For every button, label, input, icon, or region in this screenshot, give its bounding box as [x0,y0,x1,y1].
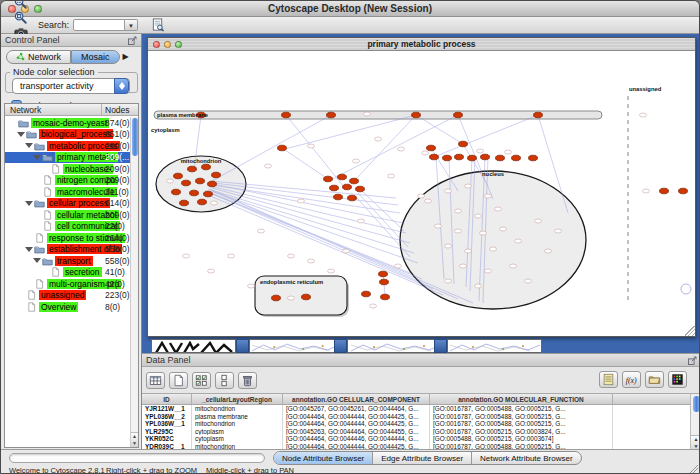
network-view-title: primary metabolic process [148,39,695,49]
import-attributes-icon[interactable] [645,371,664,388]
column-header[interactable]: _cellularLayoutRegion [192,394,283,404]
tree-row[interactable]: cellular metabol209(0) [5,209,130,221]
zoom-fit-icon[interactable] [12,10,29,25]
svg-text:f(x): f(x) [626,376,637,385]
network-canvas[interactable]: plasma membranecytoplasmmitochondrionnuc… [148,51,695,336]
tab-mosaic-label: Mosaic [81,50,110,64]
column-header[interactable]: annotation.GO CELLULAR_COMPONENT [283,394,430,404]
table-row[interactable]: YPL036W__2plasma membrane[GO:0044464, GO… [142,413,690,421]
search-label: Search: [38,20,69,30]
float-panel-icon[interactable] [127,35,138,46]
select-attributes-icon[interactable] [192,372,211,389]
disclosure-triangle-icon[interactable] [33,258,41,263]
network-view-titlebar[interactable]: primary metabolic process [148,38,695,51]
tree-row[interactable]: unassigned223(0) [5,290,130,302]
cell-molecular-function: [GO:0016787, GO:0005488, GO:0005215, G..… [430,420,613,428]
tree-row[interactable]: biological_process651(0) [5,129,130,141]
file-icon [34,233,45,243]
network-view-window[interactable]: primary metabolic process plasma membran… [147,37,696,337]
new-attribute-icon[interactable] [169,372,188,389]
search-dropdown-button[interactable]: ▼ [125,19,138,31]
table-row[interactable]: YPL036W__1mitochondrion[GO:0044464, GO:0… [142,420,690,428]
tree-row[interactable]: transport558(0) [5,255,130,267]
unselect-attributes-icon[interactable] [215,372,234,389]
float-panel-icon[interactable] [687,355,698,366]
tree-column-divider[interactable] [101,104,102,115]
minimized-window-icon[interactable] [334,339,347,353]
table-scrollbar-arrows[interactable]: ▲▼ [691,435,700,450]
folder-icon [34,198,45,208]
tree-row[interactable]: multi-organism pro42(0) [5,278,130,290]
tree-row[interactable]: establishment of lo558(0) [5,244,130,256]
tree-row[interactable]: macromolecule311(0) [5,186,130,198]
tab-edge-attribute-browser[interactable]: Edge Attribute Browser [373,452,472,464]
disclosure-triangle-icon[interactable] [25,143,33,148]
titlebar[interactable]: Cytoscape Desktop (New Session) [1,1,699,17]
advanced-search-icon[interactable] [149,18,166,33]
minimized-window[interactable] [347,339,444,353]
tree-row[interactable]: nucleobase-209(0) [5,163,130,175]
tree-row-label: cellular process [47,198,110,208]
tree-row-count: 42(0) [105,279,125,289]
tree-row-label: transport [55,256,93,266]
control-panel-title: Control Panel [5,35,60,45]
node-color-dropdown[interactable]: transporter activity [12,78,130,94]
minimized-window[interactable] [249,339,341,353]
minimized-window[interactable] [151,339,236,353]
attribute-matrix-icon[interactable] [668,371,687,388]
tree-row[interactable]: response to stimulu264(0) [5,232,130,244]
window-title: Cytoscape Desktop (New Session) [1,3,699,14]
disclosure-triangle-icon[interactable] [17,132,25,137]
table-row[interactable]: YLR295Ccytoplasm[GO:0045263, GO:0044464,… [142,428,690,436]
tree-row[interactable]: secretion41(0) [5,267,130,279]
function-builder-icon[interactable]: f(x) [622,371,641,388]
report-icon[interactable] [599,371,618,388]
tab-node-attribute-browser[interactable]: Node Attribute Browser [274,452,373,464]
tree-row-count: 41(0) [105,267,125,277]
disclosure-triangle-icon[interactable] [33,155,41,160]
node-color-selection-label: Node color selection [10,67,98,77]
column-header[interactable]: annotation.GO MOLECULAR_FUNCTION [430,394,613,404]
cell-id: YLR295C [142,428,192,436]
search-input[interactable] [73,19,125,31]
tab-overflow-arrow[interactable]: ▶ [123,52,129,61]
cell-region: cytoplasm [192,428,283,436]
minimized-window-icon[interactable] [434,339,447,353]
tree-row[interactable]: cellular process614(0) [5,198,130,210]
minimized-window[interactable] [447,339,542,353]
progress-bar [9,453,265,463]
tab-network-label: Network [28,50,61,64]
app-resize-grip[interactable] [689,465,698,474]
table-scrollbar[interactable]: ▲▼ [690,393,700,450]
table-scrollbar-thumb[interactable] [693,396,700,412]
tree-row[interactable]: primary metabo209(... [5,152,130,164]
tab-network-attribute-browser[interactable]: Network Attribute Browser [472,452,580,464]
tree-row[interactable]: cell communicat22(0) [5,221,130,233]
attribute-table-icon[interactable] [146,372,165,389]
tree-row[interactable]: metabolic process280(0) [5,140,130,152]
data-panel-toolbar-left [142,372,257,389]
tree-scrollbar[interactable]: ▲▼ [130,117,138,447]
disclosure-triangle-icon[interactable] [25,247,33,252]
disclosure-triangle-icon[interactable] [25,201,33,206]
tree-row[interactable]: nitrogen compo209(0) [5,175,130,187]
tree-row[interactable]: Overview8(0) [5,301,130,313]
cell-id: YPL036W__2 [142,413,192,421]
tree-row[interactable]: mosaic-demo-yeast874(0) [5,117,130,129]
tree-scrollbar-thumb[interactable] [132,118,138,156]
minimized-window-icon[interactable] [236,339,249,353]
delete-attribute-icon[interactable] [238,372,257,389]
cell-region: cytoplasm [192,435,283,443]
zoom-selected-icon[interactable] [12,0,29,10]
column-header[interactable]: ID [142,394,192,404]
tree-scrollbar-arrows[interactable]: ▲▼ [131,432,138,447]
attribute-table-header[interactable]: ID_cellularLayoutRegionannotation.GO CEL… [142,394,690,405]
window-resize-grip[interactable] [685,326,695,336]
application-window: Cytoscape Desktop (New Session) Search: … [0,0,700,474]
tab-mosaic[interactable]: Mosaic [71,50,120,64]
table-row[interactable]: YJR121W__1mitochondrion[GO:0045267, GO:0… [142,405,690,413]
tab-network[interactable]: Network [6,50,71,64]
table-row[interactable]: YKR052Ccytoplasm[GO:0044464, GO:0044446,… [142,435,690,443]
cell-molecular-function: [GO:0016787, GO:0005488, GO:0005215, G..… [430,405,613,413]
tree-row-count: 874(0) [105,118,130,128]
